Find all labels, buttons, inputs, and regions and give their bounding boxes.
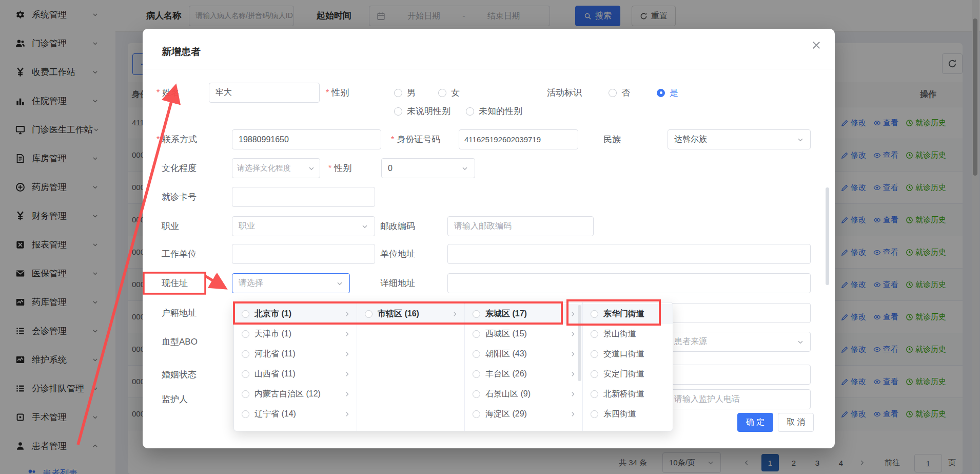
education-select[interactable]: 请选择文化程度 (232, 158, 320, 178)
cascader-option[interactable]: 东城区 (17) (465, 304, 582, 324)
contact-label: 联系方式 (156, 129, 197, 149)
radio-icon (242, 390, 249, 398)
cascader-option[interactable]: 山西省 (11) (234, 364, 357, 384)
radio-icon (473, 370, 480, 378)
cascader-option[interactable]: 内蒙古自治区 (12) (234, 384, 357, 404)
gender2-label: 性别 (328, 158, 351, 178)
chevron-down-icon (361, 223, 368, 230)
cascader-option[interactable]: 东四街道 (583, 404, 673, 424)
blood-type-label: 血型ABO (162, 332, 198, 352)
radio-icon (394, 107, 402, 116)
radio-icon (657, 89, 665, 97)
cascader-option[interactable]: 海淀区 (29) (465, 404, 582, 424)
cascader-option-label: 河北省 (11) (254, 349, 296, 359)
cascader-option[interactable]: 丰台区 (26) (465, 364, 582, 384)
detail-address-input[interactable] (447, 273, 811, 293)
chevron-right-icon (570, 311, 576, 317)
radio-icon (242, 410, 249, 418)
cascader-option-label: 海淀区 (29) (485, 409, 527, 420)
radio-option[interactable]: 未知的性别 (466, 105, 522, 117)
postal-code-label: 邮政编码 (380, 216, 415, 236)
cascader-option[interactable]: 石景山区 (9) (465, 384, 582, 404)
ethnicity-label: 民族 (603, 129, 621, 149)
modal-title: 新增患者 (162, 45, 201, 59)
radio-icon (473, 410, 480, 418)
radio-icon (394, 89, 402, 97)
postal-code-input[interactable]: 请输入邮政编码 (447, 216, 594, 236)
radio-icon (473, 330, 480, 338)
cascader-option[interactable]: 河北省 (11) (234, 344, 357, 364)
cascader-option[interactable]: 景山街道 (583, 324, 673, 344)
chevron-right-icon (344, 371, 350, 377)
radio-label: 未说明性别 (407, 105, 450, 117)
cascader-option-label: 东四街道 (603, 409, 636, 420)
cascader-option-label: 辽宁省 (14) (254, 409, 296, 420)
chevron-right-icon (570, 391, 576, 397)
radio-icon (473, 350, 480, 358)
cascader-option-label: 东城区 (17) (485, 309, 527, 319)
unit-address-input[interactable] (447, 244, 811, 264)
radio-option[interactable]: 女 (438, 87, 460, 99)
cascader-option-label: 市辖区 (16) (378, 309, 419, 319)
cascader-option[interactable]: 交道口街道 (583, 344, 673, 364)
cascader-column-2: 东城区 (17)西城区 (15)朝阳区 (43)丰台区 (26)石景山区 (9)… (465, 302, 583, 431)
modal-scrollbar-thumb[interactable] (826, 187, 829, 285)
radio-option[interactable]: 男 (394, 87, 416, 99)
guardian-phone-input[interactable]: 请输入监护人电话 (668, 389, 811, 409)
radio-option[interactable]: 未说明性别 (394, 105, 450, 117)
chevron-right-icon (344, 311, 350, 317)
cascader-option[interactable]: 天津市 (1) (234, 324, 357, 344)
chevron-down-icon (308, 165, 315, 172)
confirm-button[interactable]: 确 定 (737, 413, 773, 432)
chevron-right-icon (570, 371, 576, 377)
cancel-button[interactable]: 取 消 (778, 413, 814, 432)
ethnicity-select[interactable]: 达斡尔族 (668, 129, 811, 149)
occupation-select[interactable]: 职业 (232, 216, 375, 236)
name-input[interactable]: 牢大 (209, 83, 320, 103)
cascader-column-1: 市辖区 (16) (357, 302, 465, 431)
work-unit-input[interactable] (232, 244, 375, 264)
current-address-cascader[interactable]: 请选择 (232, 273, 350, 293)
radio-option[interactable]: 否 (609, 87, 630, 99)
radio-label: 否 (621, 87, 630, 99)
cascader-option[interactable]: 北京市 (1) (234, 304, 357, 324)
chevron-right-icon (344, 411, 350, 418)
add-patient-modal: 新增患者 姓名 牢大 性别 男女 未说明性别未知的性别 活动标识 否是 联系方式… (143, 29, 835, 448)
close-icon[interactable] (811, 40, 821, 50)
household-address-label: 户籍地址 (162, 303, 197, 323)
radio-icon (591, 410, 598, 418)
cascader-option-label: 内蒙古自治区 (12) (254, 389, 321, 400)
marital-status-input[interactable] (668, 365, 811, 385)
gender-label: 性别 (326, 83, 349, 103)
card-no-input[interactable] (232, 187, 375, 207)
cascader-option[interactable]: 西城区 (15) (465, 324, 582, 344)
cascader-option[interactable]: 辽宁省 (14) (234, 404, 357, 424)
cascader-option[interactable]: 北新桥街道 (583, 384, 673, 404)
radio-icon (242, 370, 249, 378)
cascader-option[interactable]: 东华门街道 (583, 304, 673, 324)
gender2-select[interactable]: 0 (381, 158, 475, 178)
patient-source-select[interactable]: 患者来源 (668, 332, 811, 352)
radio-label: 男 (407, 87, 416, 99)
chevron-down-icon (797, 338, 804, 346)
cascader-column-0: 北京市 (1)天津市 (1)河北省 (11)山西省 (11)内蒙古自治区 (12… (234, 302, 357, 431)
guardian-label: 监护人 (162, 389, 188, 409)
cascader-option-label: 景山街道 (603, 329, 636, 339)
chevron-right-icon (570, 331, 576, 337)
radio-icon (591, 330, 598, 338)
radio-option[interactable]: 是 (657, 87, 678, 99)
radio-label: 女 (451, 87, 460, 99)
cascader-option[interactable]: 安定门街道 (583, 364, 673, 384)
contact-input[interactable]: 19880991650 (232, 129, 381, 149)
active-flag-label: 活动标识 (547, 83, 582, 103)
cascader-option[interactable]: 朝阳区 (43) (465, 344, 582, 364)
gender-radio-group: 男女 (394, 83, 460, 103)
cascader-option-label: 东华门街道 (603, 309, 644, 319)
id-number-input[interactable]: 411625192602039719 (459, 129, 578, 149)
cascader-option[interactable]: 市辖区 (16) (357, 304, 464, 324)
chevron-right-icon (570, 351, 576, 357)
name-label: 姓名 (156, 83, 180, 103)
occupation-label: 职业 (162, 216, 179, 236)
unit-address-label: 单位地址 (380, 244, 415, 264)
radio-icon (591, 350, 598, 358)
